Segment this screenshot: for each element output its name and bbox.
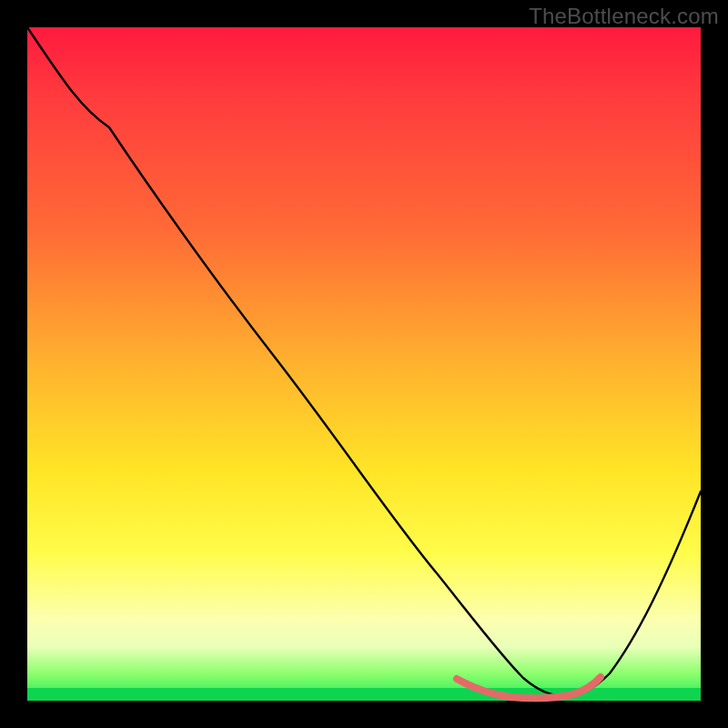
optimal-range-highlight <box>457 677 601 698</box>
chart-frame: TheBottleneck.com <box>0 0 728 728</box>
plot-area <box>27 27 701 701</box>
watermark-text: TheBottleneck.com <box>529 4 719 29</box>
bottleneck-curve <box>27 27 701 696</box>
curve-layer <box>27 27 701 701</box>
